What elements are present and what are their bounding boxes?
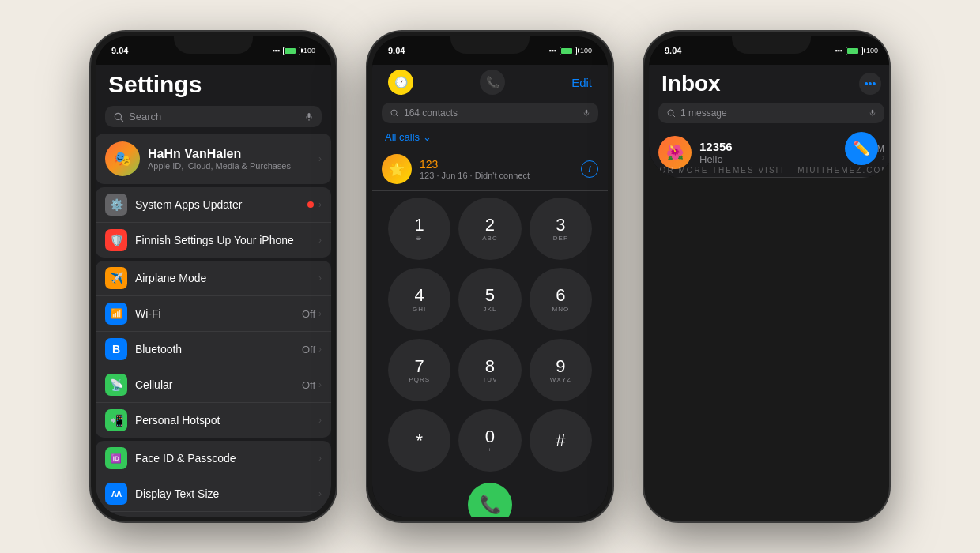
system-apps-icon: ⚙️ [105,194,127,216]
display-label: Display Text Size [135,487,318,500]
call-button-row: 📞 [372,478,608,517]
chevron-icon: › [318,344,322,355]
contacts-search[interactable]: 164 contacts [382,103,598,123]
phone-keypad: 9.04 ▪▪▪ 100 🕐 📞 Edit 164 contacts [368,32,612,521]
call-item[interactable]: 🌟 123 123 · Jun 16 · Didn't connect i [372,148,608,191]
key-star[interactable]: * [388,409,450,472]
chevron-icon: › [318,415,322,426]
status-time-1: 9.04 [111,46,128,55]
phone-inbox: 9.04 ▪▪▪ 100 Inbox ••• 1 message [644,32,889,521]
mic-icon-2 [582,108,590,118]
badge-dot [307,201,314,208]
call-button[interactable]: 📞 [468,483,512,517]
call-avatar: 🌟 [382,154,412,184]
inbox-header: Inbox ••• [649,65,889,100]
display-icon: AA [105,483,127,505]
mic-icon-3 [869,108,876,118]
message-sender: 12356 [699,140,848,153]
settings-item-cellular[interactable]: 📡 Cellular Off › [96,367,331,403]
settings-item-bluetooth[interactable]: B Bluetooth Off › [96,332,331,367]
cellular-value: Off [302,379,315,391]
key-8[interactable]: 8TUV [458,339,521,401]
settings-item-wifi[interactable]: 📶 Wi-Fi Off › [96,296,331,332]
profile-item[interactable]: 🎭 HaHn VanHalen Apple ID, iCloud, Media … [96,134,331,184]
key-9[interactable]: 9WXYZ [530,339,592,401]
wifi-value: Off [302,308,315,320]
key-6[interactable]: 6MNO [530,268,592,330]
phone-icon[interactable]: 📞 [480,70,505,95]
profile-sub: Apple ID, iCloud, Media & Purchases [148,161,291,171]
signal-icon-2: ▪▪▪ [548,47,556,55]
status-icons-2: ▪▪▪ 100 [548,47,592,55]
status-time-3: 9.04 [665,46,681,55]
call-name: 123 [420,158,581,171]
key-2[interactable]: 2ABC [458,198,521,260]
key-4[interactable]: 4GHI [388,268,450,330]
status-icons-1: ▪▪▪ 100 [272,47,315,55]
cellular-label: Cellular [135,378,302,391]
inbox-search-placeholder: 1 message [680,107,864,118]
airplane-label: Airplane Mode [135,272,318,284]
call-info-button[interactable]: i [581,160,598,178]
cellular-icon: 📡 [105,374,127,396]
battery-pct-2: 100 [580,47,592,55]
filter-label: All calls [385,131,420,143]
hotspot-label: Personal Hotspot [135,414,318,427]
chevron-icon: › [318,153,322,164]
keypad-grid: 1⌯ 2ABC 3DEF 4GHI 5JKL 6MNO 7PQRS 8TUV 9… [372,191,608,478]
settings-item-sounds[interactable]: 🔊 Sounds & Haptics › [96,512,331,517]
chevron-icon: › [318,199,322,210]
settings-item-airplane[interactable]: ✈️ Airplane Mode › [96,261,331,296]
settings-item-hotspot[interactable]: 📲 Personal Hotspot › [96,403,331,438]
svg-point-4 [391,110,397,115]
inbox-screen: Inbox ••• 1 message 🌺 12356 Hello 11:13 … [649,65,889,178]
settings-item-display[interactable]: AA Display Text Size › [96,476,331,512]
battery-icon-1 [283,47,300,55]
key-7[interactable]: 7PQRS [388,339,450,401]
profile-name: HaHn VanHalen [148,147,291,161]
signal-icon: ▪▪▪ [272,47,280,55]
key-5[interactable]: 5JKL [458,268,521,330]
chevron-icon: › [318,379,322,390]
settings-item-finish[interactable]: 🛡️ Finnish Settings Up Your iPhone › [96,223,331,258]
key-0[interactable]: 0+ [458,409,521,472]
battery-icon-3 [846,47,863,55]
battery-pct-1: 100 [303,47,315,55]
bluetooth-value: Off [302,344,315,356]
faceid-icon: 🆔 [105,447,127,469]
svg-point-8 [668,110,673,115]
battery-pct-3: 100 [866,47,878,55]
compose-button[interactable]: ✏️ [845,132,878,165]
status-bar-2: 9.04 ▪▪▪ 100 [372,36,608,65]
finish-icon: 🛡️ [105,229,127,251]
svg-line-1 [121,118,123,121]
inbox-search[interactable]: 1 message [658,103,884,123]
clock-icon[interactable]: 🕐 [388,70,413,95]
chevron-icon: › [318,235,322,246]
contacts-search-placeholder: 164 contacts [404,107,578,118]
edit-button[interactable]: Edit [571,76,592,89]
key-1[interactable]: 1⌯ [388,198,450,260]
wifi-icon: 📶 [105,303,127,325]
search-icon [113,111,124,122]
mic-icon [304,111,314,122]
chevron-icon: › [318,273,322,284]
signal-icon-3: ▪▪▪ [835,47,842,55]
settings-item-faceid[interactable]: 🆔 Face ID & Passcode › [96,441,331,476]
settings-item-system-apps[interactable]: ⚙️ System Apps Updater › [96,187,331,223]
more-button[interactable]: ••• [859,73,881,95]
chevron-icon: › [318,488,322,499]
svg-rect-10 [872,110,874,114]
status-time-2: 9.04 [388,46,405,55]
keypad-screen: 🕐 📞 Edit 164 contacts All calls ⌄ 🌟 123 [372,65,608,517]
search-icon-2 [390,108,399,118]
key-hash[interactable]: # [530,409,592,472]
svg-rect-2 [308,113,311,118]
svg-rect-6 [586,110,588,114]
chevron-icon: › [318,453,322,464]
message-avatar: 🌺 [658,136,692,169]
phone-settings: 9.04 ▪▪▪ 100 Settings Search [91,32,336,521]
key-3[interactable]: 3DEF [530,198,592,260]
calls-filter[interactable]: All calls ⌄ [372,126,608,148]
search-bar[interactable]: Search [105,106,322,127]
